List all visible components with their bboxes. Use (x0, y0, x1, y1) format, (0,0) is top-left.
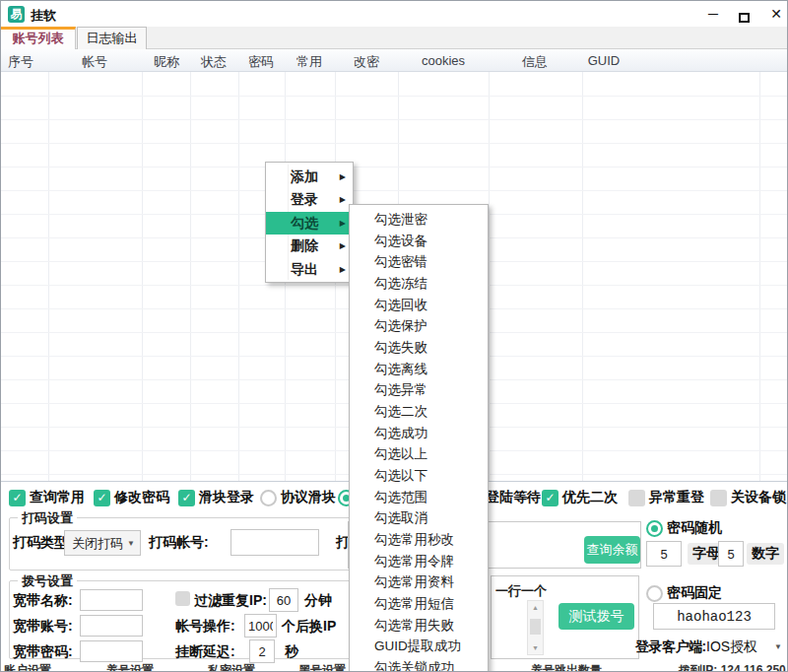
submenu-item-勾选成功[interactable]: 勾选成功 (350, 423, 488, 444)
column-header-6[interactable]: 常用 (296, 53, 322, 71)
grid-column-line (238, 72, 239, 481)
submenu-item-勾选二次[interactable]: 勾选二次 (350, 401, 488, 423)
column-header-2[interactable]: 帐号 (82, 53, 107, 71)
option-登陆等待[interactable]: 登陆等待 (486, 489, 541, 506)
menu-item-label: 登录 (291, 191, 318, 207)
submenu-item-勾选离线[interactable]: 勾选离线 (350, 359, 488, 380)
submenu-item-勾选范围[interactable]: 勾选范围 (350, 487, 488, 508)
column-header-3[interactable]: 昵称 (154, 53, 179, 71)
submenu-item-勾选常用资料[interactable]: 勾选常用资料 (350, 571, 488, 593)
broadband-password-input[interactable] (80, 640, 143, 662)
bottom-strip-label: 拨到IP: 124.116.250 (679, 662, 786, 672)
option-异常重登[interactable]: 异常重登 (628, 489, 704, 506)
tab-log-output[interactable]: 日志输出 (77, 27, 147, 49)
broadband-password-label: 宽带密码: (13, 643, 73, 661)
fixed-password-input[interactable] (653, 603, 775, 630)
filter-ip-checkbox[interactable] (175, 591, 190, 606)
grid-column-line (142, 72, 143, 481)
broadband-account-input[interactable] (80, 615, 143, 637)
grid-row-line (1, 190, 787, 191)
maximize-button[interactable] (734, 5, 755, 23)
submenu-item-勾选密错[interactable]: 勾选密错 (350, 251, 488, 273)
submenu-item-勾选异常[interactable]: 勾选异常 (350, 379, 488, 401)
hangup-delay-label: 挂断延迟: (175, 643, 235, 661)
option-label: 查询常用 (30, 489, 85, 506)
submenu-item-勾选以上[interactable]: 勾选以上 (350, 443, 488, 465)
hangup-delay-input[interactable] (249, 639, 275, 663)
proxy-scrollbar[interactable]: ▲ ▼ (527, 600, 544, 655)
checkbox-on-icon (178, 490, 195, 506)
login-client-value[interactable]: IOS授权 (706, 638, 757, 656)
option-关设备锁[interactable]: 关设备锁 (710, 489, 786, 506)
menu-item-登录[interactable]: 登录▶ (266, 188, 353, 211)
password-fixed-label: 密码固定 (667, 584, 722, 602)
submenu-item-勾选回收[interactable]: 勾选回收 (350, 295, 488, 316)
submenu-arrow-icon: ▶ (340, 212, 346, 235)
captcha-account-input[interactable] (230, 529, 319, 556)
app-logo-icon: 易 (8, 6, 25, 23)
password-fixed-option[interactable]: 密码固定 (646, 584, 722, 602)
column-header-5[interactable]: 密码 (248, 53, 274, 71)
submenu-item-勾选常用令牌[interactable]: 勾选常用令牌 (350, 551, 488, 572)
submenu-item-勾选常用秒改[interactable]: 勾选常用秒改 (350, 529, 488, 551)
grid-column-line (489, 72, 490, 481)
submenu-item-勾选取消[interactable]: 勾选取消 (350, 507, 488, 529)
minimize-button[interactable]: ─ (702, 5, 724, 23)
captcha-type-value: 关闭打码 (72, 535, 123, 553)
submenu-item-勾选以下[interactable]: 勾选以下 (350, 465, 488, 487)
menu-item-添加[interactable]: 添加▶ (266, 166, 353, 188)
broadband-name-input[interactable] (80, 589, 143, 611)
menu-item-label: 导出 (291, 261, 318, 277)
filter-minutes-input[interactable] (269, 588, 298, 612)
submenu-item-勾选关锁成功[interactable]: 勾选关锁成功 (350, 657, 488, 672)
submenu-item-勾选常用失败[interactable]: 勾选常用失败 (350, 615, 488, 637)
context-submenu: 勾选泄密勾选设备勾选密错勾选冻结勾选回收勾选保护勾选失败勾选离线勾选异常勾选二次… (349, 204, 489, 672)
submenu-item-勾选冻结[interactable]: 勾选冻结 (350, 273, 488, 295)
letters-count-input[interactable] (646, 541, 682, 567)
tab-account-list[interactable]: 账号列表 (1, 27, 76, 49)
submenu-arrow-icon: ▶ (340, 258, 346, 281)
option-查询常用[interactable]: 查询常用 (9, 489, 85, 506)
password-random-option[interactable]: 密码随机 (646, 519, 722, 537)
menu-item-导出[interactable]: 导出▶ (266, 258, 353, 281)
query-balance-button[interactable]: 查询余额 (584, 536, 640, 564)
proxy-list-panel: 一行一个 ▲ ▼ 测试拨号 (491, 575, 639, 659)
digits-count-input[interactable] (718, 541, 744, 567)
option-修改密码[interactable]: 修改密码 (94, 489, 169, 506)
client-dropdown-arrow-icon[interactable]: ▼ (774, 642, 782, 651)
option-优先二次[interactable]: 优先二次 (542, 489, 618, 506)
submenu-item-勾选泄密[interactable]: 勾选泄密 (350, 209, 488, 231)
menu-item-删除[interactable]: 删除▶ (266, 235, 353, 257)
column-header-10[interactable]: GUID (588, 53, 621, 68)
checkbox-off-icon (628, 490, 645, 506)
option-滑块登录[interactable]: 滑块登录 (178, 489, 254, 506)
submenu-item-GUID提取成功[interactable]: GUID提取成功 (350, 636, 488, 657)
option-label: 登陆等待 (486, 489, 541, 506)
bottom-strip-label: 私密设置 (208, 662, 255, 672)
captcha-type-dropdown[interactable]: 关闭打码 ▼ (64, 530, 141, 556)
test-dial-button[interactable]: 测试拨号 (558, 603, 634, 630)
account-op-count-input[interactable] (244, 614, 277, 638)
checkbox-on-icon (9, 490, 26, 506)
radio-on-icon (646, 520, 663, 537)
scroll-down-icon[interactable]: ▼ (528, 644, 543, 651)
close-button[interactable]: ✕ (765, 5, 787, 23)
scroll-up-icon[interactable]: ▲ (528, 604, 543, 611)
submenu-item-勾选保护[interactable]: 勾选保护 (350, 315, 488, 337)
menu-item-勾选[interactable]: 勾选▶ (266, 212, 353, 235)
password-random-label: 密码随机 (667, 519, 722, 537)
scrollbar-thumb[interactable] (530, 619, 541, 635)
submenu-item-勾选设备[interactable]: 勾选设备 (350, 231, 488, 252)
submenu-item-勾选失败[interactable]: 勾选失败 (350, 337, 488, 359)
table-header: 序号帐号昵称状态密码常用改密cookies信息GUID (1, 49, 787, 72)
column-header-9[interactable]: 信息 (522, 53, 548, 71)
submenu-item-勾选常用短信[interactable]: 勾选常用短信 (350, 593, 488, 615)
captcha-group-title: 打码设置 (18, 509, 77, 527)
column-header-4[interactable]: 状态 (201, 53, 227, 71)
column-header-8[interactable]: cookies (422, 53, 465, 68)
column-header-7[interactable]: 改密 (354, 53, 379, 71)
column-header-1[interactable]: 序号 (8, 53, 33, 71)
grid-column-line (48, 72, 49, 481)
filter-unit-label: 分钟 (304, 592, 332, 610)
option-协议滑块[interactable]: 协议滑块 (260, 489, 336, 506)
